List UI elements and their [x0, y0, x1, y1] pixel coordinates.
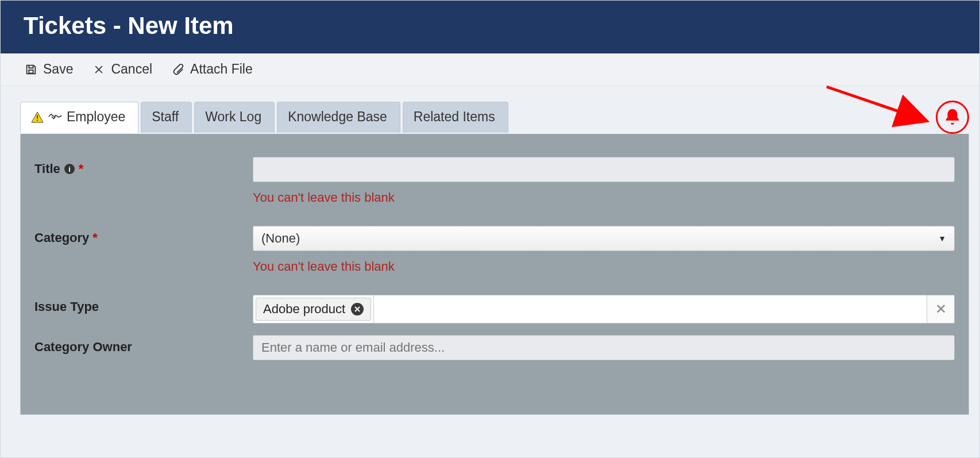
close-icon: [92, 63, 105, 76]
form-panel: Title i * You can't leave this blank Cat…: [20, 134, 969, 415]
svg-text:i: i: [68, 165, 71, 174]
toolbar: Save Cancel Attach File: [1, 53, 979, 86]
warning-icon: [31, 111, 44, 123]
page-header: Tickets - New Item: [1, 1, 979, 53]
svg-rect-0: [29, 70, 33, 73]
title-error: You can't leave this blank: [253, 190, 955, 205]
cancel-label: Cancel: [111, 61, 152, 77]
annotation-arrow: [821, 81, 936, 133]
clear-issue-type-button[interactable]: ✕: [927, 295, 954, 323]
save-button[interactable]: Save: [25, 61, 73, 77]
tab-employee-label: Employee: [67, 109, 125, 125]
remove-tag-button[interactable]: [351, 303, 364, 315]
category-select[interactable]: (None) ▼: [253, 226, 955, 251]
tab-related[interactable]: Related Items: [403, 102, 508, 133]
attach-label: Attach File: [190, 61, 253, 77]
notifications-bell-button[interactable]: [936, 101, 969, 134]
category-label: Category: [34, 230, 89, 245]
svg-rect-5: [37, 120, 38, 121]
handshake-icon: [47, 111, 63, 123]
attach-file-button[interactable]: Attach File: [172, 61, 253, 77]
issue-type-input[interactable]: [373, 295, 927, 323]
title-input[interactable]: [253, 157, 955, 182]
title-label: Title: [34, 161, 60, 176]
issue-type-tag: Adobe product: [256, 298, 371, 321]
tabs: Employee Staff Work Log Knowledge Base R…: [20, 101, 969, 134]
tab-kb[interactable]: Knowledge Base: [277, 102, 400, 133]
chevron-down-icon: ▼: [938, 234, 946, 243]
issue-type-label: Issue Type: [34, 299, 99, 314]
tab-related-label: Related Items: [414, 109, 495, 125]
cancel-button[interactable]: Cancel: [92, 61, 152, 77]
save-icon: [25, 63, 37, 76]
required-marker: *: [92, 230, 98, 245]
save-label: Save: [43, 61, 73, 77]
tab-worklog-label: Work Log: [205, 109, 261, 125]
required-marker: *: [79, 161, 84, 176]
page-title: Tickets - New Item: [24, 12, 956, 40]
category-owner-input[interactable]: [253, 335, 955, 360]
category-owner-label: Category Owner: [34, 340, 132, 355]
tab-worklog[interactable]: Work Log: [194, 102, 275, 133]
info-icon: i: [64, 163, 75, 175]
tab-staff[interactable]: Staff: [141, 102, 192, 133]
tab-staff-label: Staff: [152, 109, 179, 125]
svg-line-6: [827, 87, 924, 120]
tab-employee[interactable]: Employee: [20, 102, 138, 133]
issue-type-tag-label: Adobe product: [263, 302, 345, 317]
issue-type-field[interactable]: Adobe product ✕: [253, 295, 955, 324]
svg-rect-4: [37, 115, 38, 118]
category-value: (None): [261, 231, 300, 246]
tab-kb-label: Knowledge Base: [288, 109, 387, 125]
paperclip-icon: [172, 63, 184, 76]
category-error: You can't leave this blank: [253, 259, 955, 274]
